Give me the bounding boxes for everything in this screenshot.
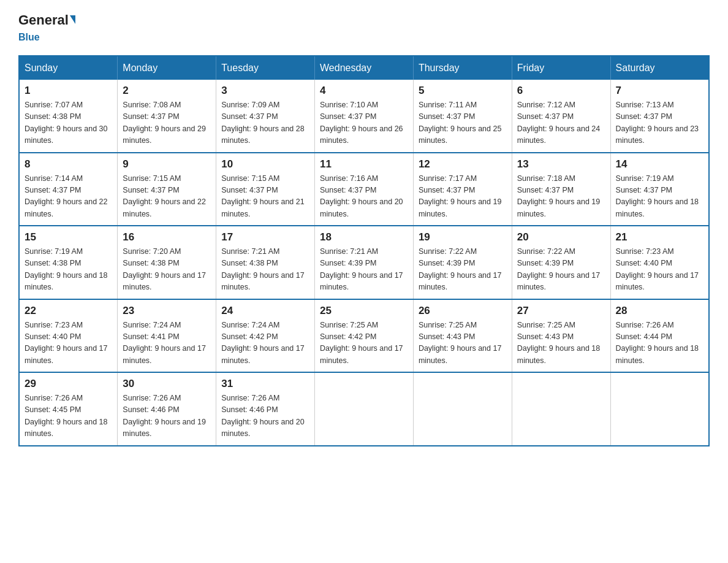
day-number: 12 <box>419 158 507 170</box>
logo: GeneralBlue <box>18 12 75 44</box>
day-number: 26 <box>419 305 507 317</box>
calendar-cell: 31Sunrise: 7:26 AMSunset: 4:46 PMDayligh… <box>216 372 315 446</box>
day-number: 25 <box>320 305 408 317</box>
calendar-cell: 26Sunrise: 7:25 AMSunset: 4:43 PMDayligh… <box>413 299 512 373</box>
calendar-cell: 24Sunrise: 7:24 AMSunset: 4:42 PMDayligh… <box>216 299 315 373</box>
day-number: 24 <box>221 305 309 317</box>
day-number: 3 <box>221 85 309 97</box>
day-info: Sunrise: 7:19 AMSunset: 4:37 PMDaylight:… <box>616 173 703 221</box>
day-info: Sunrise: 7:26 AMSunset: 4:45 PMDaylight:… <box>25 393 112 440</box>
day-number: 1 <box>25 85 112 97</box>
calendar-cell <box>315 372 414 446</box>
calendar-cell: 7Sunrise: 7:13 AMSunset: 4:37 PMDaylight… <box>610 80 709 153</box>
day-info: Sunrise: 7:20 AMSunset: 4:38 PMDaylight:… <box>123 246 211 294</box>
calendar-table: SundayMondayTuesdayWednesdayThursdayFrid… <box>18 55 710 446</box>
day-info: Sunrise: 7:22 AMSunset: 4:39 PMDaylight:… <box>419 246 507 294</box>
day-info: Sunrise: 7:24 AMSunset: 4:41 PMDaylight:… <box>123 320 211 367</box>
calendar-header-saturday: Saturday <box>610 56 709 80</box>
day-info: Sunrise: 7:10 AMSunset: 4:37 PMDaylight:… <box>320 99 408 147</box>
logo-text: GeneralBlue <box>18 12 75 44</box>
day-number: 22 <box>25 305 112 317</box>
calendar-cell: 30Sunrise: 7:26 AMSunset: 4:46 PMDayligh… <box>118 372 216 446</box>
calendar-cell: 22Sunrise: 7:23 AMSunset: 4:40 PMDayligh… <box>19 299 118 373</box>
day-info: Sunrise: 7:22 AMSunset: 4:39 PMDaylight:… <box>517 246 605 294</box>
calendar-cell: 18Sunrise: 7:21 AMSunset: 4:39 PMDayligh… <box>315 226 414 299</box>
day-number: 19 <box>419 231 507 243</box>
calendar-cell: 29Sunrise: 7:26 AMSunset: 4:45 PMDayligh… <box>19 372 118 446</box>
calendar-header-thursday: Thursday <box>413 56 512 80</box>
calendar-cell: 20Sunrise: 7:22 AMSunset: 4:39 PMDayligh… <box>512 226 610 299</box>
calendar-header-tuesday: Tuesday <box>216 56 315 80</box>
calendar-cell: 27Sunrise: 7:25 AMSunset: 4:43 PMDayligh… <box>512 299 610 373</box>
calendar-cell: 2Sunrise: 7:08 AMSunset: 4:37 PMDaylight… <box>118 80 216 153</box>
calendar-cell: 9Sunrise: 7:15 AMSunset: 4:37 PMDaylight… <box>118 153 216 226</box>
day-number: 31 <box>221 378 309 390</box>
day-info: Sunrise: 7:21 AMSunset: 4:39 PMDaylight:… <box>320 246 408 294</box>
day-number: 29 <box>25 378 112 390</box>
calendar-cell: 15Sunrise: 7:19 AMSunset: 4:38 PMDayligh… <box>19 226 118 299</box>
day-info: Sunrise: 7:08 AMSunset: 4:37 PMDaylight:… <box>123 99 211 147</box>
day-info: Sunrise: 7:26 AMSunset: 4:46 PMDaylight:… <box>221 393 309 440</box>
day-number: 16 <box>123 231 211 243</box>
day-number: 23 <box>123 305 211 317</box>
calendar-cell <box>512 372 610 446</box>
day-number: 10 <box>221 158 309 170</box>
day-info: Sunrise: 7:09 AMSunset: 4:37 PMDaylight:… <box>221 99 309 147</box>
day-info: Sunrise: 7:23 AMSunset: 4:40 PMDaylight:… <box>616 246 703 294</box>
day-number: 8 <box>25 158 112 170</box>
day-info: Sunrise: 7:24 AMSunset: 4:42 PMDaylight:… <box>221 320 309 367</box>
logo-triangle-icon <box>70 15 75 24</box>
page-header: GeneralBlue <box>18 12 710 44</box>
day-number: 20 <box>517 231 605 243</box>
logo-subtitle: Blue <box>18 32 40 42</box>
calendar-cell: 1Sunrise: 7:07 AMSunset: 4:38 PMDaylight… <box>19 80 118 153</box>
day-number: 11 <box>320 158 408 170</box>
day-number: 2 <box>123 85 211 97</box>
calendar-cell: 3Sunrise: 7:09 AMSunset: 4:37 PMDaylight… <box>216 80 315 153</box>
day-number: 13 <box>517 158 605 170</box>
day-number: 18 <box>320 231 408 243</box>
day-info: Sunrise: 7:25 AMSunset: 4:43 PMDaylight:… <box>419 320 507 367</box>
calendar-cell: 12Sunrise: 7:17 AMSunset: 4:37 PMDayligh… <box>413 153 512 226</box>
day-info: Sunrise: 7:25 AMSunset: 4:43 PMDaylight:… <box>517 320 605 367</box>
calendar-cell <box>610 372 709 446</box>
calendar-week-3: 15Sunrise: 7:19 AMSunset: 4:38 PMDayligh… <box>19 226 709 299</box>
day-info: Sunrise: 7:11 AMSunset: 4:37 PMDaylight:… <box>419 99 507 147</box>
day-info: Sunrise: 7:13 AMSunset: 4:37 PMDaylight:… <box>616 99 703 147</box>
calendar-cell: 13Sunrise: 7:18 AMSunset: 4:37 PMDayligh… <box>512 153 610 226</box>
calendar-cell: 11Sunrise: 7:16 AMSunset: 4:37 PMDayligh… <box>315 153 414 226</box>
calendar-cell: 21Sunrise: 7:23 AMSunset: 4:40 PMDayligh… <box>610 226 709 299</box>
calendar-header-friday: Friday <box>512 56 610 80</box>
calendar-cell: 19Sunrise: 7:22 AMSunset: 4:39 PMDayligh… <box>413 226 512 299</box>
calendar-cell: 23Sunrise: 7:24 AMSunset: 4:41 PMDayligh… <box>118 299 216 373</box>
calendar-header-monday: Monday <box>118 56 216 80</box>
day-number: 30 <box>123 378 211 390</box>
day-info: Sunrise: 7:16 AMSunset: 4:37 PMDaylight:… <box>320 173 408 221</box>
day-info: Sunrise: 7:18 AMSunset: 4:37 PMDaylight:… <box>517 173 605 221</box>
day-info: Sunrise: 7:21 AMSunset: 4:38 PMDaylight:… <box>221 246 309 294</box>
day-number: 7 <box>616 85 703 97</box>
calendar-cell: 6Sunrise: 7:12 AMSunset: 4:37 PMDaylight… <box>512 80 610 153</box>
day-info: Sunrise: 7:15 AMSunset: 4:37 PMDaylight:… <box>221 173 309 221</box>
day-number: 6 <box>517 85 605 97</box>
calendar-week-4: 22Sunrise: 7:23 AMSunset: 4:40 PMDayligh… <box>19 299 709 373</box>
day-info: Sunrise: 7:23 AMSunset: 4:40 PMDaylight:… <box>25 320 112 367</box>
calendar-cell: 8Sunrise: 7:14 AMSunset: 4:37 PMDaylight… <box>19 153 118 226</box>
day-number: 27 <box>517 305 605 317</box>
calendar-week-1: 1Sunrise: 7:07 AMSunset: 4:38 PMDaylight… <box>19 80 709 153</box>
day-number: 4 <box>320 85 408 97</box>
day-info: Sunrise: 7:14 AMSunset: 4:37 PMDaylight:… <box>25 173 112 221</box>
calendar-cell: 28Sunrise: 7:26 AMSunset: 4:44 PMDayligh… <box>610 299 709 373</box>
day-number: 14 <box>616 158 703 170</box>
calendar-header-sunday: Sunday <box>19 56 118 80</box>
day-info: Sunrise: 7:15 AMSunset: 4:37 PMDaylight:… <box>123 173 211 221</box>
calendar-week-2: 8Sunrise: 7:14 AMSunset: 4:37 PMDaylight… <box>19 153 709 226</box>
day-number: 9 <box>123 158 211 170</box>
day-number: 17 <box>221 231 309 243</box>
calendar-header-row: SundayMondayTuesdayWednesdayThursdayFrid… <box>19 56 709 80</box>
day-number: 15 <box>25 231 112 243</box>
day-info: Sunrise: 7:19 AMSunset: 4:38 PMDaylight:… <box>25 246 112 294</box>
calendar-cell: 5Sunrise: 7:11 AMSunset: 4:37 PMDaylight… <box>413 80 512 153</box>
calendar-week-5: 29Sunrise: 7:26 AMSunset: 4:45 PMDayligh… <box>19 372 709 446</box>
calendar-cell: 16Sunrise: 7:20 AMSunset: 4:38 PMDayligh… <box>118 226 216 299</box>
